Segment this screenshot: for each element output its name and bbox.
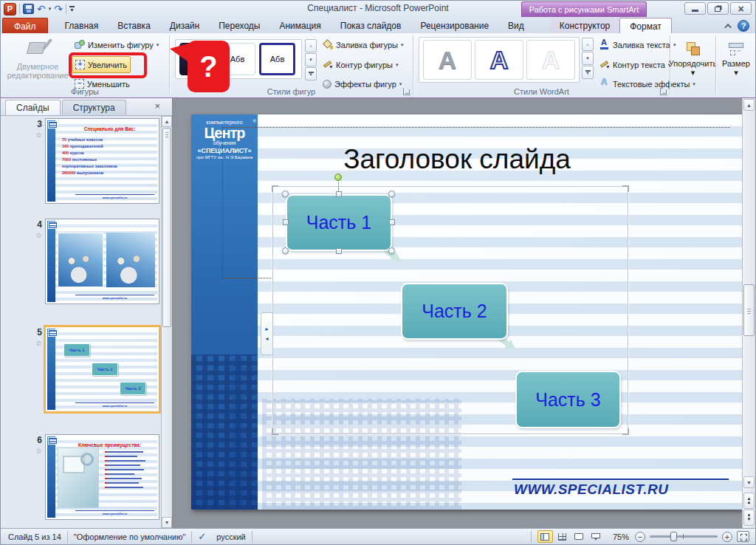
view-sorter-button[interactable] bbox=[554, 530, 570, 543]
fit-window-button[interactable] bbox=[737, 531, 749, 542]
mini-band bbox=[47, 436, 55, 518]
tab-retsenzirovanie[interactable]: Рецензирование bbox=[410, 18, 498, 34]
gallery-scroll-up-icon[interactable]: ▲ bbox=[305, 39, 317, 52]
change-shape-icon bbox=[75, 40, 85, 49]
tab-animatsiya[interactable]: Анимация bbox=[269, 18, 330, 34]
main-scrollbar[interactable]: ▲ ▼ ▲▲ ▼▼ bbox=[742, 98, 756, 528]
sorter-view-icon bbox=[558, 533, 566, 541]
slide-thumbnail-3[interactable]: Специально для Вас: 70 учебных классов 1… bbox=[46, 119, 159, 203]
status-language[interactable]: русский bbox=[216, 532, 245, 541]
resize-handle[interactable] bbox=[282, 247, 289, 254]
status-slide-info[interactable]: Слайд 5 из 14 bbox=[8, 532, 61, 541]
dialog-launcher-wordart[interactable] bbox=[660, 88, 667, 95]
slide-title[interactable]: Заголовок слайда bbox=[302, 144, 612, 175]
view-reading-button[interactable] bbox=[571, 530, 587, 543]
wordart-gallery: А А А bbox=[419, 37, 580, 83]
panel-tabs: Слайды Структура × bbox=[1, 98, 172, 116]
rotate-handle[interactable] bbox=[334, 174, 342, 181]
previous-slide-button[interactable]: ▲▲ bbox=[743, 493, 755, 509]
tab-konstruktor[interactable]: Конструктор bbox=[550, 18, 619, 34]
tab-vstavka[interactable]: Вставка bbox=[108, 18, 160, 34]
zoom-in-button[interactable]: + bbox=[722, 532, 732, 542]
shape-style-item[interactable]: Абв bbox=[259, 43, 295, 75]
smartart-node-2[interactable]: Часть 2 bbox=[401, 283, 508, 340]
mini-logo bbox=[48, 121, 58, 128]
group-arrange: Упорядочить ▾ bbox=[670, 33, 715, 97]
slide-thumbnail-5-selected[interactable]: Часть 1 Часть 2 Часть 3 www.specialist.r… bbox=[46, 327, 159, 411]
status-theme[interactable]: "Оформление по умолчанию" bbox=[74, 532, 186, 541]
arrange-button[interactable]: Упорядочить ▾ bbox=[670, 38, 715, 77]
logo: ® компьютерного Центр обучения «СПЕЦИАЛИ… bbox=[193, 119, 256, 160]
view-slideshow-button[interactable] bbox=[588, 530, 604, 543]
scroll-thumb[interactable] bbox=[162, 128, 171, 327]
gallery-scroll-up-icon[interactable]: ▲ bbox=[582, 38, 594, 51]
thumbnail-row-4: 4 ☆ www.specialist.ru bbox=[27, 219, 159, 304]
tab-vid[interactable]: Вид bbox=[498, 18, 534, 34]
mini-footer: www.specialist.ru bbox=[75, 402, 154, 408]
close-button[interactable]: × bbox=[730, 2, 752, 15]
scroll-down-icon[interactable]: ▼ bbox=[162, 517, 172, 528]
text-fill-button[interactable]: А Заливка текста▾ bbox=[597, 36, 678, 53]
resize-handle[interactable] bbox=[283, 219, 289, 225]
next-slide-button[interactable]: ▼▼ bbox=[743, 510, 755, 526]
change-shape-button[interactable]: Изменить фигуру▾ bbox=[72, 36, 162, 53]
scroll-down-icon[interactable]: ▼ bbox=[743, 476, 755, 488]
slide-canvas[interactable]: ® компьютерного Центр обучения «СПЕЦИАЛИ… bbox=[191, 114, 743, 510]
zoom-slider[interactable] bbox=[650, 535, 718, 538]
slide-footer-url: WWW.SPECIALIST.RU bbox=[514, 481, 668, 498]
resize-handle[interactable] bbox=[389, 219, 395, 225]
smartart-node-3[interactable]: Часть 3 bbox=[515, 371, 621, 428]
thumbnail-row-5: 5 ☆ Часть 1 Часть 2 Часть 3 www.speciali… bbox=[27, 327, 159, 411]
tab-perekhody[interactable]: Переходы bbox=[209, 18, 269, 34]
tab-dizayn[interactable]: Дизайн bbox=[160, 18, 209, 34]
tab-format[interactable]: Формат bbox=[619, 18, 672, 34]
resize-handle[interactable] bbox=[336, 248, 342, 254]
zoom-level[interactable]: 75% bbox=[613, 532, 629, 541]
spellcheck-icon[interactable]: ✓ bbox=[198, 531, 206, 542]
help-button[interactable]: ? bbox=[738, 20, 749, 32]
zoom-slider-thumb[interactable] bbox=[670, 532, 677, 541]
restore-button[interactable] bbox=[707, 2, 729, 15]
placeholder-dotted-border bbox=[222, 278, 272, 278]
view-normal-button[interactable] bbox=[537, 530, 553, 543]
size-button[interactable]: ↔ Размер ▾ bbox=[716, 38, 756, 77]
outline-tab[interactable]: Структура bbox=[62, 100, 126, 115]
wordart-style-item[interactable]: А bbox=[475, 40, 523, 80]
context-tab-group-label: Работа с рисунками SmartArt bbox=[521, 1, 647, 17]
gallery-scroll-down-icon[interactable]: ▼ bbox=[582, 52, 594, 65]
scroll-up-icon[interactable]: ▲ bbox=[743, 99, 755, 111]
gallery-scroll-down-icon[interactable]: ▼ bbox=[305, 53, 317, 66]
minimize-button[interactable] bbox=[684, 2, 706, 15]
photo-placeholder bbox=[106, 233, 155, 287]
smartart-node-1[interactable]: Часть 1 bbox=[286, 194, 392, 251]
panel-close-icon[interactable]: × bbox=[154, 102, 160, 111]
animation-star-icon: ☆ bbox=[35, 131, 42, 139]
resize-handle[interactable] bbox=[282, 191, 289, 197]
zoom-out-button[interactable]: − bbox=[635, 532, 645, 542]
slide-thumbnail-4[interactable]: www.specialist.ru bbox=[46, 219, 159, 304]
edit-2d-button[interactable]: Двумерное редактирование bbox=[5, 35, 70, 80]
wordart-style-item[interactable]: А bbox=[423, 40, 472, 80]
gallery-more-button[interactable]: ▼ bbox=[305, 67, 317, 80]
tab-file[interactable]: Файл bbox=[2, 18, 48, 34]
tab-pokaz-slaydov[interactable]: Показ слайдов bbox=[331, 18, 411, 34]
shape-fill-button[interactable]: Заливка фигуры▾ bbox=[320, 36, 407, 53]
divider bbox=[252, 531, 252, 543]
resize-handle[interactable] bbox=[336, 191, 342, 197]
smartart-node-1-selection: Часть 1 bbox=[280, 188, 398, 257]
gallery-more-button[interactable]: ▼ bbox=[582, 66, 594, 79]
text-pane-toggle[interactable]: ▸ ◂ bbox=[261, 312, 273, 355]
slides-tab[interactable]: Слайды bbox=[5, 100, 61, 115]
tab-glavnaya[interactable]: Главная bbox=[55, 18, 109, 34]
scroll-up-icon[interactable]: ▲ bbox=[162, 116, 172, 127]
slide-thumbnail-6[interactable]: Ключевые преимущества: www.specialist.ru bbox=[46, 435, 159, 519]
scroll-thumb[interactable] bbox=[743, 284, 755, 336]
shape-outline-button[interactable]: Контур фигуры▾ bbox=[320, 56, 401, 73]
panel-scrollbar[interactable]: ▲ ▼ bbox=[161, 116, 172, 528]
wordart-style-item[interactable]: А bbox=[526, 40, 575, 80]
resize-handle[interactable] bbox=[388, 247, 395, 254]
text-outline-button[interactable]: Контур текста▾ bbox=[597, 56, 673, 73]
resize-handle[interactable] bbox=[388, 191, 395, 197]
animation-star-icon: ☆ bbox=[35, 447, 42, 455]
dialog-launcher-shape-styles[interactable] bbox=[403, 88, 410, 95]
